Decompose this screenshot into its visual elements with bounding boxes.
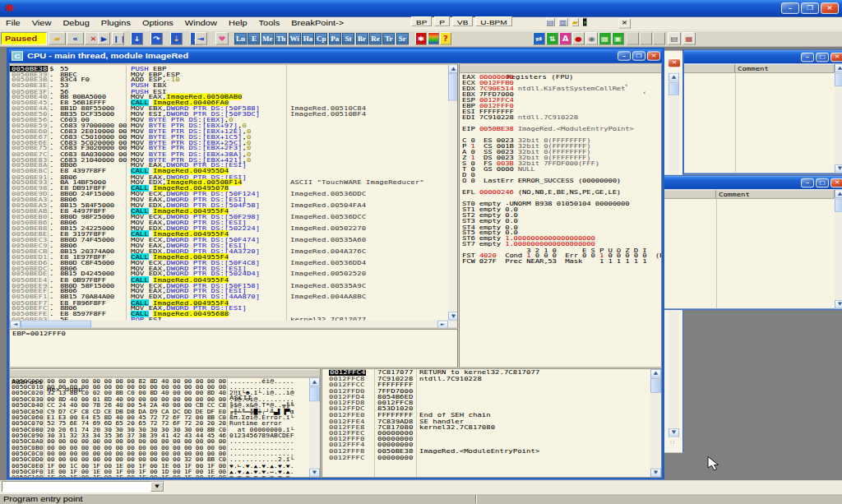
tile-windows-icon[interactable]: ▦ xyxy=(682,32,696,44)
restore-icon[interactable]: ❐ xyxy=(632,51,645,60)
close-icon[interactable]: ✕ xyxy=(647,51,660,60)
help-icon[interactable]: ? xyxy=(440,32,451,44)
pane-shortcut-button[interactable]: Wi xyxy=(289,33,301,44)
menu-item[interactable]: Help xyxy=(223,17,253,27)
minimize-button[interactable]: – xyxy=(781,2,799,14)
scroll-down-icon[interactable]: ▼ xyxy=(448,312,458,320)
record-icon[interactable]: ● xyxy=(572,32,585,44)
cpu-titlebar[interactable]: C CPU - main thread, module ImageRed – ❐… xyxy=(9,49,662,63)
dump-row[interactable]: 0050C0F0 1E 00 1F 00 1E 00 1F 00 1F 00 1… xyxy=(10,469,310,474)
pane-shortcut-button[interactable]: Tr xyxy=(382,33,395,44)
dump-row[interactable]: 0050C0E0 1F 00 1C 00 1F 00 1E 00 1F 00 1… xyxy=(10,463,310,469)
scrollbar-thumb[interactable] xyxy=(650,378,661,393)
dump-row[interactable]: 0050C040 CC 24 40 00 78 26 40 00 54 2A 4… xyxy=(10,403,310,409)
stack-row[interactable]: 0012FFF8 0050BE38 ImageRed.<ModuleEntryP… xyxy=(322,448,650,454)
disasm-row[interactable]: 0050BE40 . B8 B0BA5000 MOV EAX,ImageRed.… xyxy=(10,95,448,100)
dump-row[interactable]: 0050C100 1F 00 1F 00 1F 00 1F 00 1F 00 1… xyxy=(10,475,310,478)
disasm-hscrollbar[interactable]: ◄ ► xyxy=(10,321,458,329)
dump-row[interactable]: 0050C060 E1 E3 00 E4 E5 8D 40 00 45 72 7… xyxy=(10,414,310,420)
scroll-up-icon[interactable]: ▲ xyxy=(835,64,842,72)
scrollbar-track[interactable]: ▲ ▼ xyxy=(835,189,842,308)
dump-vscrollbar[interactable]: ▲ ▼ xyxy=(309,377,320,477)
close-button[interactable]: ✕ xyxy=(821,2,839,14)
pane-shortcut-button[interactable]: Re xyxy=(369,33,382,44)
disasm-row[interactable]: 0050BEFC . 8B06 MOV EAX,DWORD PTR DS:[ES… xyxy=(10,306,448,312)
pause-icon[interactable]: ❙❙ xyxy=(112,32,124,44)
stack-row[interactable]: 0012FFD4 8054B6ED xyxy=(322,394,650,400)
scrollbar-thumb[interactable] xyxy=(835,73,842,86)
stack-row[interactable]: 0012FFEC 00000000 xyxy=(322,430,650,436)
scroll-up-icon[interactable]: ▲ xyxy=(650,369,661,377)
settings-gear-icon[interactable]: ✱ xyxy=(415,32,427,44)
scrollbar-thumb[interactable] xyxy=(835,199,842,212)
open-folder-icon[interactable]: ▰ xyxy=(571,18,580,26)
stack-row[interactable]: 0012FFFC 00000000 xyxy=(322,455,650,460)
disasm-row[interactable]: 0050BEA5 . 8B15 584F5000 MOV EDX,DWORD P… xyxy=(10,203,448,209)
scroll-down-icon[interactable]: ▼ xyxy=(835,164,842,173)
disasm-row[interactable]: 0050BE39 . 8BEC MOV EBP,ESP xyxy=(10,72,448,77)
disasm-row[interactable]: 0050BE3E . 53 PUSH EBX xyxy=(10,83,448,89)
register-line[interactable]: O 0 LastErr ERROR_SUCCESS (00000000) xyxy=(462,178,661,183)
spiral-icon[interactable]: ◉ xyxy=(585,32,598,44)
dump-row[interactable]: 0050C000 00 00 00 00 00 00 00 00 82 8D 4… xyxy=(10,378,310,384)
scroll-up-icon[interactable]: ▲ xyxy=(309,377,320,386)
stack-row[interactable]: 0012FFCC FFFFFFFF xyxy=(322,381,650,387)
minimize-icon[interactable]: – xyxy=(801,53,814,62)
dump-row[interactable]: 0050C080 20 20 61 74 20 30 30 30 30 30 3… xyxy=(10,427,310,432)
pane-shortcut-button[interactable]: Sr xyxy=(396,33,409,44)
animate-icon[interactable]: ♥ xyxy=(215,32,229,44)
comment-column-header[interactable]: Comment xyxy=(735,64,835,72)
memory-icon[interactable]: ▦ xyxy=(599,32,611,44)
plugin-button[interactable]: VB xyxy=(452,16,473,26)
ascii-icon[interactable]: A xyxy=(559,32,571,44)
scroll-up-icon[interactable]: ▲ xyxy=(669,73,679,81)
minimize-icon[interactable]: – xyxy=(801,178,814,187)
register-line[interactable]: FCW 027F Prec NEAR,53 Mask 1 1 1 1 1 1 xyxy=(462,259,661,265)
plugin-button[interactable]: BP xyxy=(411,16,432,26)
stack-row[interactable]: 0012FFD8 0012FFC8 xyxy=(322,400,650,406)
address-combo-input[interactable] xyxy=(3,483,150,491)
restart-icon[interactable]: « xyxy=(67,32,84,44)
disasm-row[interactable]: 0050BEF1 . 8B15 70A84A00 MOV EDX,DWORD P… xyxy=(10,294,448,300)
run-icon[interactable]: ▶ xyxy=(98,32,110,44)
stack-row[interactable]: 0012FFF0 00000000 xyxy=(322,437,650,442)
pane-shortcut-button[interactable]: Me xyxy=(261,33,274,44)
resize-grip[interactable]: ∷ xyxy=(670,440,674,445)
pane-shortcut-button[interactable]: Cp xyxy=(315,33,327,44)
comment-window-a-titlebar[interactable]: – □ ✕ xyxy=(684,51,842,64)
scrollbar-track[interactable]: ▲ ▼ xyxy=(835,64,842,173)
dump-row[interactable]: 0050C070 52 75 6E 74 69 6D 65 20 65 72 7… xyxy=(10,421,310,427)
dump-row[interactable]: 0050C0D0 00 00 00 00 00 00 00 00 00 00 0… xyxy=(10,457,310,463)
comment-column-header[interactable]: Comment xyxy=(716,190,835,198)
close-bar-icon[interactable]: ✕ xyxy=(618,18,631,28)
comment-window-b-titlebar[interactable]: – □ ✕ xyxy=(659,176,842,189)
register-line[interactable]: T 0 GS 0000 NULL xyxy=(462,166,661,172)
scroll-down-icon[interactable]: ▼ xyxy=(835,300,842,308)
close-icon[interactable]: ✕ xyxy=(668,58,681,67)
menu-item[interactable]: Plugins xyxy=(95,17,136,27)
disasm-row[interactable]: 0050BECB . 8B15 20374A00 MOV EDX,DWORD P… xyxy=(10,248,448,254)
console-icon[interactable]: › xyxy=(582,18,587,26)
address-combo[interactable]: ▼ xyxy=(2,481,164,492)
restore-button[interactable]: ❐ xyxy=(801,2,819,14)
pane-shortcut-button[interactable]: Pa xyxy=(329,33,341,44)
sort-icon[interactable]: ⇅ xyxy=(546,32,558,44)
dump-row[interactable]: 0050C0A0 00 00 00 00 00 00 00 00 00 00 0… xyxy=(10,439,310,445)
trace-into-icon[interactable]: ⇣ xyxy=(170,32,183,44)
scroll-left-icon[interactable]: ◄ xyxy=(10,321,21,329)
menu-item[interactable]: Window xyxy=(179,17,223,27)
plugin-button[interactable]: P xyxy=(434,16,450,26)
step-into-icon[interactable]: ↓ xyxy=(131,32,143,44)
scroll-down-icon[interactable]: ▼ xyxy=(650,469,661,477)
log-icon[interactable]: ▥ xyxy=(558,18,567,26)
scrollbar-thumb[interactable] xyxy=(669,82,679,95)
menu-item[interactable]: File xyxy=(0,17,26,27)
scrollbar-thumb[interactable] xyxy=(309,387,320,402)
stack-row[interactable]: 0012FFE8 7C817080 kernel32.7C817080 xyxy=(322,424,650,430)
disasm-row[interactable]: 0050BE93 . BA 14BF5000 MOV EDX,ImageRed.… xyxy=(10,180,448,186)
scroll-right-icon[interactable]: ► xyxy=(437,321,448,329)
window-list-icon[interactable]: ▤ xyxy=(668,32,681,44)
pane-shortcut-button[interactable]: St xyxy=(342,33,354,44)
disasm-row[interactable]: 0050BE3B . 83C4 F0 ADD ESP,-10 xyxy=(10,77,448,83)
pane-shortcut-button[interactable]: Th xyxy=(275,33,287,44)
